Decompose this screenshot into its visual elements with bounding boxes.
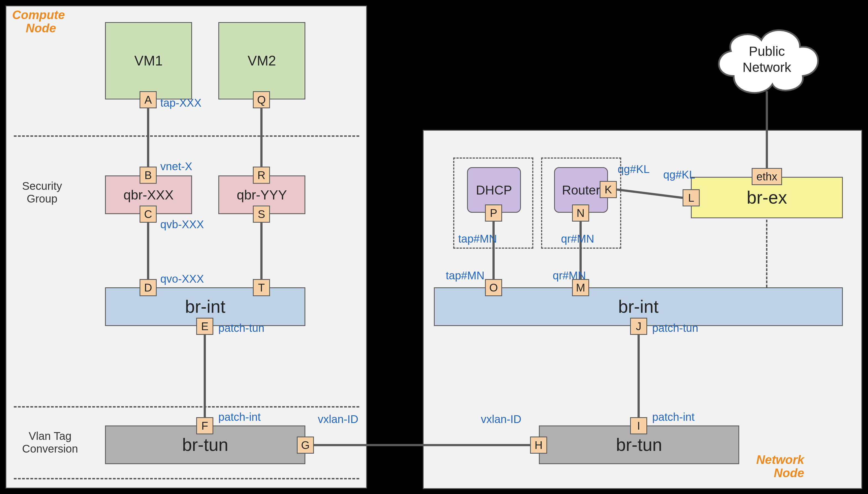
- qbr-yyy-label: qbr-YYY: [237, 187, 287, 203]
- vlan-tag-label: Vlan Tag Conversion: [22, 430, 78, 455]
- port-t-label: T: [258, 282, 265, 294]
- port-b-label: B: [145, 169, 152, 182]
- br-ex-label: br-ex: [747, 187, 787, 208]
- port-l: L: [683, 189, 700, 206]
- dhcp-label: DHCP: [476, 183, 512, 197]
- port-g-label: G: [301, 439, 309, 452]
- port-o: O: [485, 279, 502, 296]
- vm1-box: VM1: [105, 22, 192, 99]
- port-t: T: [253, 279, 270, 296]
- lbl-vnet-x: vnet-X: [160, 160, 192, 173]
- port-s-label: S: [258, 208, 265, 221]
- lbl-patch-int-compute: patch-int: [218, 411, 261, 423]
- router-label: Router: [562, 183, 600, 197]
- port-p: P: [485, 205, 502, 222]
- port-l-label: L: [688, 192, 694, 204]
- lbl-patch-tun-network: patch-tun: [652, 322, 698, 334]
- port-ethx-label: ethx: [756, 170, 777, 183]
- port-i: I: [630, 417, 647, 434]
- port-f: F: [196, 417, 213, 434]
- port-o-label: O: [489, 282, 498, 294]
- compute-divider-3: [14, 478, 359, 479]
- vm2-label: VM2: [248, 53, 276, 69]
- network-node-title: Network Node: [750, 453, 804, 480]
- lbl-qr-mn-up: qr#MN: [561, 233, 594, 245]
- port-h: H: [530, 437, 547, 454]
- security-group-label: Security Group: [22, 179, 62, 205]
- port-j-label: J: [636, 320, 641, 332]
- port-g: G: [297, 437, 314, 454]
- compute-br-tun-label: br-tun: [182, 435, 228, 455]
- vm1-label: VM1: [134, 53, 163, 69]
- port-k: K: [600, 181, 617, 198]
- port-m-label: M: [576, 282, 585, 294]
- lbl-tap-xxx: tap-XXX: [160, 97, 202, 109]
- lbl-tap-mn-up: tap#MN: [458, 233, 497, 245]
- port-q: Q: [253, 91, 270, 108]
- lbl-patch-int-network: patch-int: [652, 411, 695, 423]
- diagram-stage: Compute Node Security Group Vlan Tag Con…: [0, 0, 868, 494]
- port-a-label: A: [145, 94, 152, 106]
- lbl-qvo-xxx: qvo-XXX: [160, 273, 204, 285]
- port-c: C: [139, 206, 157, 223]
- port-n: N: [572, 205, 589, 222]
- lbl-tap-mn-low: tap#MN: [446, 269, 485, 282]
- compute-br-int-label: br-int: [185, 297, 226, 317]
- port-f-label: F: [202, 420, 208, 432]
- port-d: D: [139, 279, 157, 296]
- lbl-qg-kl-2: qg#KL: [663, 169, 695, 181]
- lbl-vxlan-id-network: vxlan-ID: [481, 413, 522, 425]
- port-h-label: H: [535, 439, 543, 452]
- cloud-line2: Network: [742, 59, 791, 75]
- port-n-label: N: [577, 207, 585, 220]
- port-q-label: Q: [257, 94, 266, 106]
- network-br-int-label: br-int: [618, 297, 659, 317]
- compute-divider-2: [14, 406, 359, 407]
- port-r: R: [253, 167, 270, 184]
- port-e-label: E: [201, 320, 209, 332]
- port-b: B: [139, 167, 157, 184]
- port-d-label: D: [144, 282, 152, 294]
- port-e: E: [196, 318, 213, 335]
- port-j: J: [630, 318, 647, 335]
- port-k-label: K: [605, 184, 612, 196]
- port-ethx: ethx: [752, 168, 782, 185]
- lbl-patch-tun-compute: patch-tun: [218, 322, 264, 334]
- lbl-qvb-xxx: qvb-XXX: [160, 218, 204, 231]
- port-r-label: R: [258, 169, 266, 182]
- compute-divider-1: [14, 135, 359, 137]
- port-a: A: [139, 91, 157, 108]
- lbl-vxlan-id-compute: vxlan-ID: [318, 413, 358, 425]
- br-ex-dashed-down: [766, 220, 768, 287]
- port-s: S: [253, 206, 270, 223]
- lbl-qg-kl-1: qg#KL: [618, 163, 650, 175]
- public-network-cloud: Public Network: [709, 21, 825, 98]
- vm2-box: VM2: [218, 22, 305, 99]
- port-c-label: C: [144, 208, 152, 221]
- compute-node-title: Compute Node: [12, 8, 65, 35]
- port-i-label: I: [637, 420, 640, 432]
- network-br-tun-label: br-tun: [616, 435, 662, 455]
- port-m: M: [572, 279, 589, 296]
- cloud-line1: Public: [749, 43, 785, 59]
- qbr-xxx-label: qbr-XXX: [124, 187, 173, 203]
- port-p-label: P: [490, 207, 497, 220]
- cloud-text: Public Network: [709, 21, 825, 98]
